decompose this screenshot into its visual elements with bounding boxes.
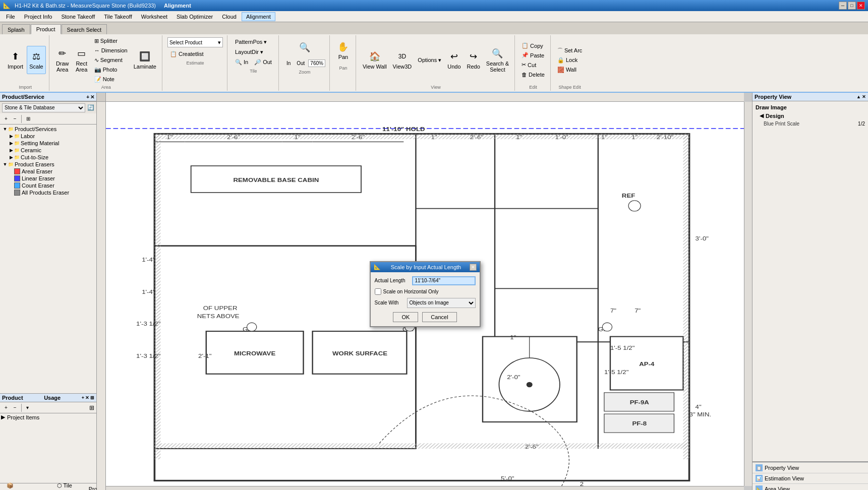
tree-item-ceramic[interactable]: ▶ 📁 Ceramic [1,147,95,154]
search-select-button[interactable]: 🔍 Search &Select [484,46,511,74]
maximize-button[interactable]: □ [848,2,856,10]
segment-button[interactable]: ∿ Segment [92,55,130,65]
bottom-dropdown-button[interactable]: ▾ [24,403,31,412]
estimation-view-item[interactable]: 📊 Estimation View [753,473,868,483]
tile-in-button[interactable]: 🔍In [233,57,251,67]
minimize-button[interactable]: ─ [839,2,847,10]
expand-icon: ▶ [8,141,14,146]
scale-button[interactable]: ⚖ Scale [27,46,46,74]
horizontal-scrollbar[interactable] [106,486,744,490]
select-product-dropdown[interactable]: Select Product ▾ [167,37,223,47]
menu-tile-takeoff[interactable]: Tile Takeoff [100,13,136,21]
tile-out-button[interactable]: 🔎Out [252,57,274,67]
tree-item-areal-eraser[interactable]: Areal Eraser [1,168,95,175]
redo-button[interactable]: ↪ Redo [465,46,483,74]
copy-button[interactable]: 📋Copy [519,41,547,50]
delete-button[interactable]: 🗑Delete [519,70,547,79]
folder-icon: 📁 [14,141,20,146]
scale-icon: ⚖ [30,50,42,63]
draw-area-button[interactable]: ✏ DrawArea [53,46,72,74]
menu-stone-takeoff[interactable]: Stone Takeoff [57,13,99,21]
splitter-button[interactable]: ⊞ Splitter [92,36,130,45]
estimation-view-label: Estimation View [765,475,804,481]
bottom-panel-add-icon[interactable]: + [82,395,84,400]
bottom-minus-button[interactable]: − [11,403,19,412]
menu-alignment[interactable]: Alignment [242,12,275,21]
nav-product-service[interactable]: 📦 Product/Service [2,481,50,490]
dimension-button[interactable]: ↔ Dimension [92,46,130,55]
tree-item-product-services[interactable]: ▼ 📁 Product/Services [1,126,95,133]
zoom-in-button[interactable]: In [284,58,293,68]
menu-slab-optimizer[interactable]: Slab Optimizer [172,13,217,21]
modal-title-bar[interactable]: 📐 Scale by Input Actual Length ✕ [371,262,480,272]
tree-item-setting-material[interactable]: ▶ 📁 Setting Material [1,140,95,147]
undo-button[interactable]: ↩ Undo [445,46,463,74]
view-wall-button[interactable]: 🏠 View Wall [360,46,389,74]
db-dropdown[interactable]: Stone & Tile Database [2,103,85,112]
close-button[interactable]: ✕ [857,2,865,10]
tree-item-labor[interactable]: ▶ 📁 Labor [1,133,95,140]
ribbon-tab-product[interactable]: Product [31,24,61,34]
laminate-button[interactable]: 🔲 Laminate [131,46,159,74]
tree-item-count-eraser[interactable]: Count Eraser [1,182,95,189]
bottom-add-button[interactable]: + [2,403,10,412]
modal-close-button[interactable]: ✕ [470,264,477,271]
menu-file[interactable]: File [2,13,19,21]
panel-new-icon[interactable]: + [86,94,89,100]
vertical-scrollbar[interactable] [744,102,752,486]
ok-button[interactable]: OK [393,312,418,322]
lock-button[interactable]: 🔒Lock [555,55,585,65]
pan-button[interactable]: ✋ Pan [334,36,352,65]
bottom-panel-close-icon[interactable]: ✕ [85,395,89,400]
tree-grid-button[interactable]: ⊞ [24,114,33,124]
nav-tile-patterns[interactable]: ⬡ Tile Patterns [52,481,82,490]
menu-project-info[interactable]: Project Info [20,13,56,21]
tree-minus-button[interactable]: − [11,114,19,124]
property-view-item[interactable]: 📋 Property View [753,462,868,473]
ribbon-tab-search-select[interactable]: Search Select [62,24,107,34]
actual-length-input[interactable] [412,276,476,285]
left-panel: Product/Service + ✕ Stone & Tile Databas… [0,93,97,393]
view-3d-button[interactable]: 3D View3D [390,46,415,74]
paste-button[interactable]: 📌Paste [519,51,547,60]
project-items-list: ▶ Project Items [0,413,96,483]
set-arc-button[interactable]: ⌒Set Arc [555,46,585,55]
zoom-out-button[interactable]: Out [294,58,307,68]
design-expand-row[interactable]: ◀ Design [760,112,865,119]
options-button[interactable]: Options▾ [415,55,444,65]
area-view-item[interactable]: 📐 Area View [753,483,868,490]
layoutdir-button[interactable]: LayoutDir▾ [233,47,274,56]
import-button[interactable]: ⬆ Import [5,46,26,74]
blueprint-canvas[interactable]: 11'-10" HOLD 1" 2'-6" 1" [106,102,744,486]
rect-area-button[interactable]: ▭ RectArea [73,46,91,74]
cancel-button[interactable]: Cancel [422,312,456,322]
right-panel-minimize-icon[interactable]: ▲ [856,94,861,99]
zoom-button[interactable]: 🔍 [296,37,314,57]
db-refresh-icon[interactable]: 🔄 [87,104,94,111]
property-view-icon: 📋 [756,464,763,471]
cut-button[interactable]: ✂Cut [519,60,547,70]
tree-item-all-products-eraser[interactable]: All Products Eraser [1,189,95,196]
bottom-panel-grid-icon[interactable]: ⊞ [90,395,94,400]
tree-item-cut-to-size[interactable]: ▶ 📁 Cut-to-Size [1,154,95,161]
zoom-value[interactable]: 760% [308,59,325,67]
shape-edit-col: ⌒Set Arc 🔒Lock 🧱Wall [555,46,585,74]
menu-cloud[interactable]: Cloud [218,13,241,21]
note-button[interactable]: 📝 Note [92,75,130,84]
right-panel-close-icon[interactable]: ✕ [862,94,866,99]
scale-with-select[interactable]: Objects on Image Scale Only [407,298,476,308]
panel-close-icon[interactable]: ✕ [90,94,94,100]
patternpos-button[interactable]: PatternPos▾ [233,37,274,46]
project-items-item[interactable]: ▶ Project Items [0,413,96,421]
wall-button[interactable]: 🧱Wall [555,65,585,74]
tree-add-button[interactable]: + [2,114,10,124]
ribbon-tab-splash[interactable]: Splash [2,24,30,34]
createlist-button[interactable]: 📋 Createtlist [167,49,223,58]
horizontal-only-checkbox[interactable] [375,288,381,295]
menu-worksheet[interactable]: Worksheet [137,13,171,21]
tree-item-linear-eraser[interactable]: Linear Eraser [1,175,95,182]
photo-button[interactable]: 📷 Photo [92,65,130,74]
tree-item-product-erasers[interactable]: ▼ 📁 Product Erasers [1,161,95,168]
bottom-grid-icon[interactable]: ⊞ [89,404,94,411]
right-panel-body: Draw Image ◀ Design Blue Print Scale 1/2 [753,101,868,131]
